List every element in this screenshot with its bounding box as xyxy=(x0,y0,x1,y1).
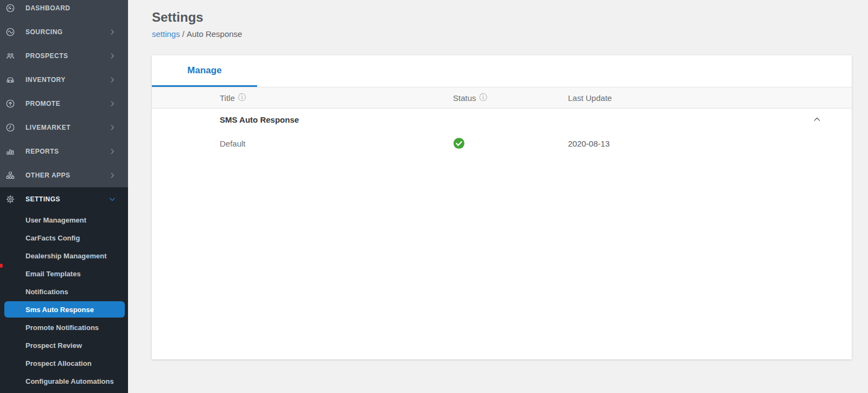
promote-icon xyxy=(5,99,15,109)
sidebar-item-promote[interactable]: PROMOTE xyxy=(0,92,128,116)
other-apps-icon xyxy=(5,170,15,180)
settings-submenu: User Management CarFacts Config Dealersh… xyxy=(0,211,128,390)
gear-icon xyxy=(5,194,15,204)
sidebar-item-label: DASHBOARD xyxy=(25,4,120,12)
sidebar-item-label: INVENTORY xyxy=(25,76,108,84)
page-title: Settings xyxy=(152,9,852,26)
chevron-up-icon[interactable] xyxy=(813,115,821,124)
breadcrumb-separator: / xyxy=(182,29,184,39)
tab-bar: Manage xyxy=(152,55,852,87)
info-icon[interactable]: ⓘ xyxy=(480,93,487,103)
livemarket-icon xyxy=(5,123,15,132)
status-enabled-icon[interactable] xyxy=(453,137,465,149)
cell-status xyxy=(453,137,568,149)
sidebar-item-prospects[interactable]: PROSPECTS xyxy=(0,44,128,68)
sidebar-subitem-dealership-management[interactable]: Dealership Management xyxy=(0,247,128,265)
breadcrumb-current: Auto Response xyxy=(187,29,242,39)
chevron-right-icon xyxy=(108,172,116,179)
chevron-right-icon xyxy=(108,52,116,60)
chevron-right-icon xyxy=(108,100,116,107)
sidebar-subitem-email-templates[interactable]: Email Templates xyxy=(0,265,128,283)
sidebar-subitem-promote-notifications[interactable]: Promote Notifications xyxy=(0,319,128,337)
sidebar-subitem-sms-auto-response[interactable]: Sms Auto Response xyxy=(4,301,125,318)
sidebar-item-other-apps[interactable]: OTHER APPS xyxy=(0,163,128,187)
chevron-right-icon xyxy=(108,76,116,84)
table-header: Title ⓘ Status ⓘ Last Update xyxy=(152,87,852,109)
content-card: Manage Title ⓘ Status ⓘ Last Update SMS … xyxy=(152,55,852,359)
sidebar-subitem-user-management[interactable]: User Management xyxy=(0,211,128,229)
sidebar-subitem-prospect-allocation[interactable]: Prospect Allocation xyxy=(0,354,128,372)
chevron-right-icon xyxy=(108,148,116,155)
sidebar-settings-section: SETTINGS User Management CarFacts Config… xyxy=(0,187,128,393)
sidebar-subitem-carfacts-config[interactable]: CarFacts Config xyxy=(0,229,128,247)
sidebar-item-livemarket[interactable]: LIVEMARKET xyxy=(0,116,128,140)
inventory-icon xyxy=(5,75,15,85)
reports-icon xyxy=(5,147,15,156)
breadcrumb: settings/Auto Response xyxy=(152,28,852,40)
main-content: Settings settings/Auto Response Manage T… xyxy=(128,0,868,393)
column-header-title: Title ⓘ xyxy=(220,93,453,103)
chevron-down-icon xyxy=(108,195,116,203)
sidebar-item-inventory[interactable]: INVENTORY xyxy=(0,68,128,92)
sidebar-item-label: LIVEMARKET xyxy=(25,124,108,131)
sourcing-icon xyxy=(5,27,15,37)
sidebar-item-label: SETTINGS xyxy=(25,195,108,203)
table-group-row[interactable]: SMS Auto Response xyxy=(152,109,852,130)
sidebar-item-reports[interactable]: REPORTS xyxy=(0,140,128,163)
tab-manage[interactable]: Manage xyxy=(152,55,257,87)
group-title: SMS Auto Response xyxy=(220,115,299,124)
column-header-status: Status ⓘ xyxy=(453,93,568,103)
sidebar-item-label: OTHER APPS xyxy=(25,172,108,179)
column-header-last-update: Last Update xyxy=(568,93,852,103)
alert-dot xyxy=(0,264,3,268)
breadcrumb-link-settings[interactable]: settings xyxy=(152,29,180,39)
dashboard-icon xyxy=(5,3,15,13)
sidebar-item-dashboard[interactable]: DASHBOARD xyxy=(0,0,128,20)
sidebar-main-nav: DASHBOARD SOURCING PROSPECTS xyxy=(0,0,128,187)
sidebar-item-label: PROMOTE xyxy=(25,100,108,107)
sidebar-subitem-configurable-automations[interactable]: Configurable Automations xyxy=(0,372,128,390)
chevron-right-icon xyxy=(108,124,116,131)
prospects-icon xyxy=(5,51,15,61)
table-row: Default 2020-08-13 xyxy=(152,130,852,156)
sidebar-subitem-prospect-review[interactable]: Prospect Review xyxy=(0,337,128,354)
chevron-right-icon xyxy=(108,28,116,36)
sidebar-item-sourcing[interactable]: SOURCING xyxy=(0,20,128,44)
sidebar-item-label: SOURCING xyxy=(25,28,108,36)
sidebar-item-settings[interactable]: SETTINGS xyxy=(0,187,128,211)
sidebar-item-label: REPORTS xyxy=(25,148,108,155)
info-icon[interactable]: ⓘ xyxy=(238,93,246,103)
cell-title: Default xyxy=(220,139,453,148)
cell-last-update: 2020-08-13 xyxy=(568,139,852,148)
sidebar: DASHBOARD SOURCING PROSPECTS xyxy=(0,0,128,393)
sidebar-subitem-notifications[interactable]: Notifications xyxy=(0,283,128,301)
app-root: DASHBOARD SOURCING PROSPECTS xyxy=(0,0,868,393)
sidebar-item-label: PROSPECTS xyxy=(25,52,108,60)
